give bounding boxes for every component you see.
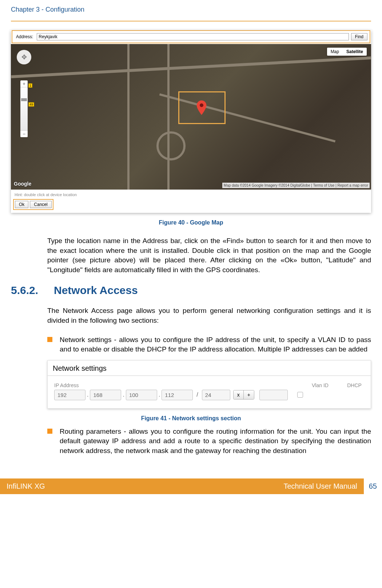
google-logo: Google: [14, 181, 31, 187]
map-roundabout: [156, 131, 186, 160]
svg-point-0: [200, 103, 203, 107]
slash-separator: /: [196, 392, 198, 398]
map-type-satellite[interactable]: Satellite: [343, 48, 367, 56]
dot-separator: .: [159, 392, 160, 398]
map-hint: Hint: double click at device location: [11, 190, 371, 199]
bullet-text: Network settings - allows you to configu…: [60, 335, 371, 354]
address-bar: Address: Find: [12, 30, 370, 43]
zoom-control[interactable]: + −: [20, 80, 28, 137]
map-road: [11, 56, 371, 78]
ok-button[interactable]: Ok: [15, 201, 28, 208]
section-heading: 5.6.2. Network Access: [11, 284, 371, 297]
add-ip-button[interactable]: +: [244, 390, 254, 399]
add-remove-group: x +: [233, 390, 254, 400]
ok-cancel-group: Ok Cancel: [13, 199, 53, 210]
ip-row: . . . / x +: [54, 390, 364, 400]
dhcp-checkbox[interactable]: [297, 392, 303, 398]
ip-octet-3[interactable]: [126, 390, 157, 400]
chapter-header: Chapter 3 - Configuration: [0, 0, 382, 16]
label-dhcp: DHCP: [345, 382, 364, 388]
figure-map: Address: Find Map Satellite ✥ + − 1 49: [11, 30, 371, 213]
address-input[interactable]: [37, 33, 349, 40]
bullet-text: Routing parameters - allows you to confi…: [60, 427, 371, 456]
ip-octet-2[interactable]: [90, 390, 121, 400]
ip-mask[interactable]: [202, 390, 230, 400]
map-canvas[interactable]: Map Satellite ✥ + − 1 49 Google Map data…: [11, 44, 371, 190]
vlan-id-input[interactable]: [259, 390, 288, 400]
figure-caption: Figure 40 - Google Map: [11, 219, 371, 226]
map-type-map[interactable]: Map: [327, 48, 343, 56]
dot-separator: .: [123, 392, 124, 398]
map-road: [127, 44, 130, 190]
body-paragraph: The Network Access page allows you to pe…: [47, 306, 371, 325]
section-title: Network Access: [54, 284, 138, 297]
page-number: 65: [364, 478, 382, 494]
section-number: 5.6.2.: [11, 284, 45, 297]
cancel-button[interactable]: Cancel: [30, 201, 51, 208]
road-marker: 49: [28, 102, 34, 107]
zoom-in-icon[interactable]: +: [20, 80, 28, 87]
network-settings-title: Network settings: [48, 361, 371, 376]
figure-network-settings: Network settings IP Address Vlan ID DHCP…: [47, 360, 371, 409]
remove-ip-button[interactable]: x: [234, 390, 244, 399]
zoom-slider[interactable]: [20, 87, 28, 131]
road-marker: 1: [28, 83, 32, 88]
body-paragraph: Type the location name in the Address ba…: [47, 236, 371, 275]
footer-product: InfiLINK XG: [7, 482, 45, 490]
ip-octet-1[interactable]: [54, 390, 85, 400]
bullet-icon: [47, 429, 52, 434]
label-ip-address: IP Address: [54, 382, 312, 388]
ip-octet-4[interactable]: [162, 390, 193, 400]
map-road: [167, 44, 170, 190]
zoom-out-icon[interactable]: −: [20, 131, 28, 137]
map-attribution: Map data ©2014 Google Imagery ©2014 Digi…: [222, 183, 370, 188]
map-type-toggle[interactable]: Map Satellite: [327, 48, 367, 56]
bullet-item: Network settings - allows you to configu…: [47, 335, 371, 354]
footer-manual: Technical User Manual: [283, 482, 357, 490]
address-label: Address:: [15, 33, 35, 40]
pan-control[interactable]: ✥: [17, 50, 31, 64]
page-footer: InfiLINK XG Technical User Manual 65: [0, 478, 382, 494]
find-button[interactable]: Find: [351, 33, 367, 40]
figure-caption: Figure 41 - Network settings section: [11, 415, 371, 422]
dot-separator: .: [87, 392, 88, 398]
header-divider: [11, 21, 371, 21]
bullet-icon: [47, 337, 52, 342]
label-vlan-id: Vlan ID: [312, 382, 345, 388]
map-pin-icon[interactable]: [196, 100, 207, 116]
bullet-item: Routing parameters - allows you to confi…: [47, 427, 371, 456]
